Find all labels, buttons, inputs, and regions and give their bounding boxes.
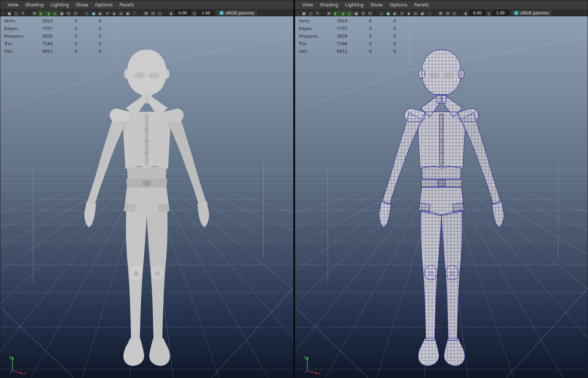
isolate-select-icon[interactable]: ⊠ [438,10,444,16]
exposure-input[interactable] [175,10,191,16]
hud-row: UVs: 6851 0 0 [4,48,101,55]
hud-value: 0 [77,17,101,25]
hud-row: Verts: 3910 0 0 [299,17,396,25]
menu-item-lighting[interactable]: Lighting [342,0,367,9]
shadows-icon[interactable]: ◗ [111,10,117,16]
toolbar-separator [81,11,81,15]
default-material-icon[interactable]: ◇ [378,10,385,16]
hud-label: Verts: [299,17,333,25]
character-model[interactable] [84,50,209,366]
axis-arrows [305,356,318,375]
smooth-shade-all-icon[interactable]: ● [90,10,97,16]
anti-aliasing-icon[interactable]: ∷ [131,10,138,16]
toolbar-separator [28,11,29,15]
resolution-gate-icon[interactable]: ◨ [340,10,346,16]
field-chart-icon[interactable]: ▦ [58,10,65,16]
screen-space-ao-icon[interactable]: ◎ [413,10,419,16]
viewport-3d-wireframe[interactable]: Verts: 3910 0 0 Edges: 7707 0 0 Polygons… [295,16,588,378]
color-management-button[interactable]: sRGB gamma [511,10,552,16]
axis-y-label: y [304,354,307,359]
grease-pencil-icon[interactable]: ✎ [315,10,321,16]
motion-blur-icon[interactable]: ◉ [125,10,131,16]
camera-lock-icon[interactable]: ◻ [13,10,19,16]
film-gate-icon[interactable]: ◧ [333,10,339,16]
maya-dual-viewport: View Shading Lighting Show Options Panel… [0,0,588,378]
default-material-icon[interactable]: ◇ [84,10,90,16]
xray-joints-icon[interactable]: ○ [451,10,458,16]
camera-select-icon[interactable]: ▣ [6,10,13,16]
gamma-input[interactable] [198,10,214,16]
shadows-icon[interactable]: ◗ [406,10,412,16]
axis-gizmo[interactable]: y x [303,354,321,375]
menu-item-lighting[interactable]: Lighting [47,0,73,9]
hud-value: 7707 [38,25,53,33]
axis-y-label: y [9,354,12,359]
hud-label: Edges: [299,25,333,33]
toolbar-separator [165,11,166,15]
gamma-icon[interactable]: γ [191,10,198,16]
safe-title-icon[interactable]: ⊡ [72,10,79,16]
exposure-icon[interactable]: ◖ [168,10,174,16]
isolate-select-icon[interactable]: ⊠ [143,10,149,16]
hud-value: 3826 [333,33,348,40]
smooth-shade-all-icon[interactable]: ● [385,10,392,16]
toolbar-separator [435,11,435,15]
hud-row: Polygons: 3826 0 0 [299,33,396,40]
menu-item-shading[interactable]: Shading [22,0,47,9]
xray-joints-icon[interactable]: ○ [156,10,163,16]
hud-value: 0 [53,17,77,25]
panel-menubar: View Shading Lighting Show Options Panel… [0,0,293,9]
color-management-button[interactable]: sRGB gamma [216,10,258,16]
menu-item-show[interactable]: Show [73,0,92,9]
resolution-gate-icon[interactable]: ◨ [45,10,51,16]
toolbar-grip[interactable] [297,11,299,15]
hud-row: Edges: 7707 0 0 [4,25,101,33]
use-all-lights-icon[interactable]: ☀ [399,10,405,16]
gamma-input[interactable] [493,10,509,16]
field-chart-icon[interactable]: ▦ [353,10,360,16]
menu-item-view[interactable]: View [4,0,22,9]
grease-pencil-icon[interactable]: ✎ [20,10,26,16]
menu-item-shading[interactable]: Shading [316,0,342,9]
menu-item-view[interactable]: View [299,0,316,9]
grid-toggle-icon[interactable]: ⊞ [326,10,332,16]
exposure-input[interactable] [469,10,485,16]
color-management-icon [514,11,518,15]
gate-mask-icon[interactable]: ▥ [346,10,353,16]
hud-value: 0 [77,25,101,33]
gate-mask-icon[interactable]: ▥ [52,10,58,16]
viewport-3d-shaded[interactable]: Verts: 3910 0 0 Edges: 7707 0 0 Polygons… [0,16,293,378]
toolbar-grip[interactable] [2,11,4,15]
menu-item-panels[interactable]: Panels [116,0,138,9]
hud-value: 6851 [333,48,348,55]
grid-toggle-icon[interactable]: ⊞ [31,10,38,16]
menu-item-show[interactable]: Show [367,0,386,9]
menu-item-options[interactable]: Options [386,0,411,9]
xray-icon[interactable]: ◔ [444,10,451,16]
axis-x-label: x [23,371,25,375]
use-all-lights-icon[interactable]: ☀ [104,10,111,16]
gamma-icon[interactable]: γ [486,10,492,16]
axis-arrows [10,356,23,375]
hud-value: 0 [372,40,396,48]
axis-gizmo[interactable]: y x [9,354,26,375]
textured-icon[interactable]: ◐ [97,10,104,16]
character-wireframe-overlay [379,50,504,366]
xray-icon[interactable]: ◔ [150,10,156,16]
screen-space-ao-icon[interactable]: ◎ [118,10,124,16]
safe-action-icon[interactable]: ⊟ [65,10,72,16]
camera-select-icon[interactable]: ▣ [301,10,307,16]
hud-row: Tris: 7166 0 0 [299,40,396,48]
camera-lock-icon[interactable]: ◻ [308,10,314,16]
hud-value: 0 [372,48,396,55]
menu-item-options[interactable]: Options [92,0,116,9]
anti-aliasing-icon[interactable]: ∷ [426,10,433,16]
exposure-icon[interactable]: ◖ [463,10,469,16]
film-gate-icon[interactable]: ◧ [38,10,44,16]
textured-icon[interactable]: ◐ [392,10,398,16]
safe-title-icon[interactable]: ⊡ [367,10,373,16]
safe-action-icon[interactable]: ⊟ [360,10,367,16]
motion-blur-icon[interactable]: ◉ [419,10,426,16]
menu-item-panels[interactable]: Panels [411,0,432,9]
hud-value: 0 [53,48,77,55]
